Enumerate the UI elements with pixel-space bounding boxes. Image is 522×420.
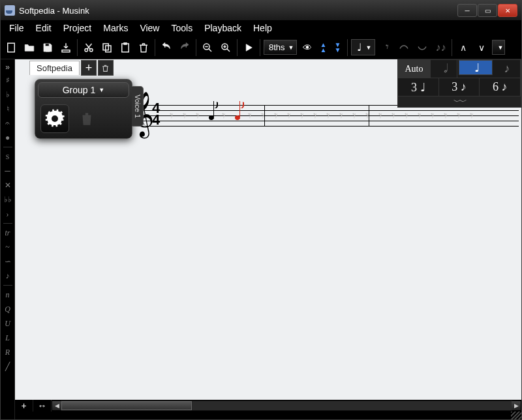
turn-tool-icon[interactable]: ∽ [2, 256, 14, 267]
beat[interactable]: 𝄾 [373, 96, 384, 135]
picker-quarter-note-icon[interactable]: ♩ [459, 60, 493, 75]
trill-tool-icon[interactable]: tr [2, 227, 14, 239]
paste-button[interactable] [117, 39, 134, 56]
close-button[interactable]: ✕ [498, 4, 517, 17]
score-canvas[interactable]: Softpedia + Group 1▼ Voice 1 [15, 59, 521, 400]
accent-up-icon[interactable]: ∧ [454, 38, 472, 57]
beat[interactable]: 𝄾 [346, 96, 358, 135]
beat[interactable]: 𝄾 [216, 96, 228, 135]
beat[interactable]: 𝄾 [386, 96, 397, 135]
group-settings-button[interactable] [40, 104, 69, 133]
beat[interactable]: 𝄾 [320, 96, 332, 135]
sharp-tool-icon[interactable]: ♯ [2, 74, 14, 86]
beat[interactable]: 𝄾 [242, 96, 254, 135]
beam-tool-icon[interactable]: ♪♪ [432, 39, 449, 56]
zoom-in-button[interactable] [217, 39, 234, 56]
beat[interactable] [203, 96, 215, 135]
note-value-select[interactable]: ♩▼ [351, 39, 376, 55]
add-staff-button[interactable]: + [15, 400, 33, 412]
tenuto-side-icon[interactable]: ─ [2, 165, 14, 177]
delete-button[interactable] [135, 39, 152, 56]
new-button[interactable] [3, 39, 20, 56]
beat[interactable]: 𝄾 [164, 96, 176, 135]
picker-eighth-note-icon[interactable]: ♪ [494, 60, 521, 78]
dynamic-l-icon[interactable]: L [2, 332, 14, 344]
menu-tools[interactable]: Tools [165, 22, 198, 35]
picker-auto[interactable]: Auto [398, 60, 431, 78]
picker-triplet-quarter[interactable]: 3 ♩ [398, 78, 439, 96]
menu-help[interactable]: Help [247, 22, 278, 35]
add-tab-button[interactable]: + [81, 60, 97, 76]
more-tools-dropdown[interactable]: ▼ [492, 40, 505, 55]
voice-tab[interactable]: Voice 1 [132, 86, 144, 127]
horizontal-scrollbar[interactable]: ◀ ▶ [61, 400, 512, 411]
accent-down-icon[interactable]: ∨ [472, 38, 491, 57]
dynamic-r-icon[interactable]: R [2, 346, 14, 358]
tie-tool-icon[interactable] [395, 39, 412, 56]
save-button[interactable] [39, 39, 56, 56]
redo-button[interactable] [176, 39, 193, 56]
delete-tab-button[interactable] [98, 60, 114, 76]
scrollbar-thumb[interactable] [61, 401, 192, 410]
maximize-button[interactable]: ▭ [478, 4, 497, 17]
beat[interactable]: 𝄾 [177, 96, 189, 135]
group-delete-button[interactable] [74, 106, 99, 131]
flat-tool-icon[interactable]: ♭ [2, 89, 14, 100]
slur-side-icon[interactable]: S [2, 151, 14, 162]
beat[interactable]: 𝄾 [190, 96, 202, 135]
export-button[interactable] [57, 39, 74, 56]
menu-project[interactable]: Project [57, 22, 98, 35]
beat[interactable] [229, 96, 241, 135]
menu-file[interactable]: File [3, 22, 30, 35]
h-scroll-mode-icon[interactable]: ↔ [33, 400, 52, 412]
dynamic-q-icon[interactable]: Q [2, 303, 14, 315]
menu-view[interactable]: View [134, 22, 165, 35]
tab-softpedia[interactable]: Softpedia [29, 61, 80, 75]
copy-button[interactable] [99, 39, 115, 56]
double-sharp-icon[interactable]: ✕ [2, 179, 14, 191]
play-button[interactable] [240, 39, 257, 56]
subdivision-select[interactable]: 8ths▼ [264, 40, 297, 55]
marcato-side-icon[interactable]: › [2, 208, 14, 220]
slur-tool-icon[interactable] [414, 39, 431, 56]
resize-grip-icon[interactable] [511, 412, 521, 419]
menu-edit[interactable]: Edit [30, 22, 57, 35]
beat[interactable]: 𝄾 [281, 96, 293, 135]
cut-button[interactable] [80, 39, 97, 56]
group-panel[interactable]: Group 1▼ Voice 1 [35, 79, 132, 139]
window-title: Softpedia - Musink [19, 6, 457, 16]
picker-half-note-icon[interactable]: 𝅗𝅥 [431, 60, 457, 78]
beat[interactable]: 𝄾 [268, 96, 280, 135]
dynamic-n-icon[interactable]: n [2, 289, 14, 301]
menu-marks[interactable]: Marks [97, 22, 134, 35]
undo-button[interactable] [158, 39, 175, 56]
dynamic-u-icon[interactable]: U [2, 318, 14, 329]
time-signature[interactable]: 4 4 [151, 102, 161, 126]
minimize-button[interactable]: ─ [457, 4, 477, 17]
transpose-down-icon[interactable]: ▼▼ [331, 39, 345, 56]
scroll-left-icon[interactable]: ◀ [52, 401, 61, 410]
zoom-out-button[interactable] [199, 39, 216, 56]
rest-tool-icon[interactable]: 𝄾 [377, 39, 394, 56]
grace-tool-icon[interactable]: ♪ [2, 270, 14, 282]
beat[interactable]: 𝄾 [307, 96, 319, 135]
expand-grip-icon[interactable]: » [5, 63, 10, 72]
picker-sextuplet[interactable]: 6 ♪ [480, 78, 521, 96]
group-select[interactable]: Group 1▼ [38, 82, 129, 98]
title-bar[interactable]: Softpedia - Musink ─ ▭ ✕ [1, 1, 521, 20]
staccato-tool-icon[interactable]: ● [2, 132, 14, 143]
beat[interactable]: 𝄾 [333, 96, 345, 135]
menu-playback[interactable]: Playback [198, 22, 247, 35]
picker-expand-icon[interactable]: ﹀﹀ [398, 97, 521, 107]
double-flat-icon[interactable]: ♭♭ [2, 194, 14, 205]
beat[interactable]: 𝄾 [294, 96, 306, 135]
natural-tool-icon[interactable]: ♮ [2, 103, 14, 115]
view-toggle-icon[interactable] [298, 38, 316, 57]
picker-triplet-eighth[interactable]: 3 ♪ [439, 78, 480, 96]
fermata-tool-icon[interactable]: 𝄐 [2, 117, 14, 129]
transpose-up-icon[interactable]: ▲▲ [316, 39, 331, 56]
glissando-tool-icon[interactable]: ╱ [2, 361, 14, 372]
open-button[interactable] [21, 39, 38, 56]
scroll-right-icon[interactable]: ▶ [512, 401, 521, 410]
mordent-tool-icon[interactable]: ~ [2, 241, 14, 253]
